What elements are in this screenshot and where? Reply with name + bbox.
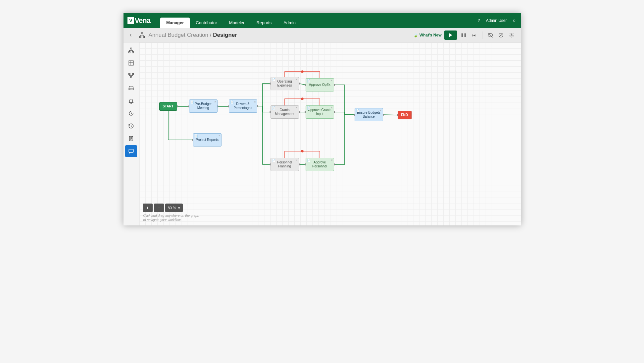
svg-point-5 xyxy=(511,34,512,36)
svg-rect-0 xyxy=(141,32,143,34)
breadcrumb-sep: / xyxy=(208,32,213,38)
logout-icon[interactable]: ⎋ xyxy=(512,18,517,23)
sidebar-notes-icon[interactable] xyxy=(125,133,137,145)
breadcrumb-process: Annual Budget Creation xyxy=(149,32,209,38)
node-type-icon: 📄 xyxy=(272,106,275,110)
back-button[interactable]: ‹ xyxy=(126,30,135,40)
node-type-icon: 📄 xyxy=(194,134,198,138)
tab-admin[interactable]: Admin xyxy=(277,18,302,28)
workflow-node-end[interactable]: END xyxy=(398,111,412,119)
workflow-node-appopex[interactable]: Approve OpEx×📄 xyxy=(306,78,334,91)
node-label: Approve Personnel xyxy=(308,160,332,168)
toolbar-right: 🍃 What's New ❚❚ ⏭ xyxy=(413,30,518,40)
settings-icon[interactable] xyxy=(508,30,516,40)
brand-name: Vena xyxy=(135,16,150,25)
sidebar-history-icon[interactable] xyxy=(125,120,137,132)
node-close-icon[interactable]: × xyxy=(218,134,220,138)
node-close-icon[interactable]: × xyxy=(254,100,256,104)
svg-rect-22 xyxy=(129,149,133,152)
svg-line-28 xyxy=(383,115,398,115)
node-label: Project Reports xyxy=(196,138,219,142)
sidebar-storage-icon[interactable] xyxy=(125,82,137,94)
node-close-icon[interactable]: × xyxy=(296,78,297,81)
visibility-icon[interactable] xyxy=(486,30,494,40)
process-icon xyxy=(139,32,145,38)
node-type-icon: 📄 xyxy=(307,106,311,110)
leaf-icon: 🍃 xyxy=(413,33,418,37)
node-type-icon: 📄 xyxy=(307,159,311,162)
workflow-node-ensure[interactable]: Ensure Budgets Balance×📄 xyxy=(355,108,383,121)
user-name[interactable]: Admin User xyxy=(486,18,507,23)
workflow-node-appgrants[interactable]: Approve Grants Input×📄 xyxy=(306,105,334,119)
node-label: END xyxy=(401,113,408,117)
workflow-canvas[interactable]: STARTPre-Budget Meeting×📄Drivers & Perce… xyxy=(139,42,521,225)
node-type-icon: 📄 xyxy=(190,100,194,104)
breadcrumb: Annual Budget Creation / Designer xyxy=(149,32,237,38)
sidebar-hierarchy-icon[interactable] xyxy=(125,44,137,56)
workflow-node-apppersonnel[interactable]: Approve Personnel×📄 xyxy=(306,158,334,171)
svg-rect-7 xyxy=(129,52,130,53)
tab-manager[interactable]: Manager xyxy=(160,18,190,28)
workflow-node-opex[interactable]: Operating Expenses×📄 xyxy=(271,77,299,90)
brand-logo: V Vena xyxy=(127,16,150,25)
node-close-icon[interactable]: × xyxy=(380,109,381,112)
left-sidebar xyxy=(124,42,139,225)
node-label: Grants Management xyxy=(273,108,297,116)
svg-rect-13 xyxy=(132,73,134,75)
pause-button[interactable]: ❚❚ xyxy=(460,30,468,40)
sidebar-mapping-icon[interactable] xyxy=(125,70,137,82)
node-close-icon[interactable]: × xyxy=(296,106,297,110)
node-type-icon: 📄 xyxy=(307,79,311,83)
zoom-level-dropdown[interactable]: 80 % ▾ xyxy=(165,204,183,212)
play-button[interactable] xyxy=(444,30,457,40)
node-type-icon: 📄 xyxy=(272,159,275,162)
node-close-icon[interactable]: × xyxy=(296,158,297,162)
svg-point-4 xyxy=(499,33,503,37)
svg-point-31 xyxy=(301,150,303,152)
help-icon[interactable]: ? xyxy=(476,18,481,23)
node-type-icon: 📄 xyxy=(356,109,360,113)
tab-modeler[interactable]: Modeler xyxy=(223,18,251,28)
node-label: Approve OpEx xyxy=(309,83,330,87)
app-window: V Vena Manager Contributor Modeler Repor… xyxy=(124,13,521,225)
node-type-icon: 📄 xyxy=(230,100,234,104)
node-label: START xyxy=(163,104,173,108)
logo-mark-icon: V xyxy=(127,17,134,24)
node-close-icon[interactable]: × xyxy=(331,79,332,83)
svg-rect-6 xyxy=(130,48,132,49)
svg-line-25 xyxy=(299,84,306,85)
workflow-node-personnel[interactable]: Personnel Planning×📄 xyxy=(271,158,299,171)
skip-button[interactable]: ⏭ xyxy=(470,30,478,40)
workflow-node-start[interactable]: START xyxy=(159,102,177,111)
workflow-node-drivers[interactable]: Drivers & Percentages×📄 xyxy=(229,99,257,113)
whats-new-label: What's New xyxy=(420,33,442,37)
node-label: Ensure Budgets Balance xyxy=(357,111,381,119)
node-close-icon[interactable]: × xyxy=(331,158,332,162)
sidebar-templates-icon[interactable] xyxy=(125,57,137,69)
node-close-icon[interactable]: × xyxy=(214,100,216,104)
svg-rect-12 xyxy=(129,73,130,75)
sidebar-comments-icon[interactable] xyxy=(125,145,137,157)
node-label: Drivers & Percentages xyxy=(231,102,255,110)
svg-point-16 xyxy=(130,89,130,90)
svg-rect-14 xyxy=(130,77,132,78)
node-close-icon[interactable]: × xyxy=(331,106,332,110)
validate-icon[interactable] xyxy=(497,30,505,40)
zoom-in-button[interactable]: + xyxy=(143,204,153,212)
workflow-node-prebudget[interactable]: Pre-Budget Meeting×📄 xyxy=(189,99,218,113)
svg-point-29 xyxy=(301,71,303,73)
svg-rect-8 xyxy=(132,52,134,53)
tab-reports[interactable]: Reports xyxy=(251,18,278,28)
sidebar-schedule-icon[interactable] xyxy=(125,107,137,119)
workflow-node-reports[interactable]: Project Reports×📄 xyxy=(193,133,222,147)
node-label: Personnel Planning xyxy=(273,160,297,168)
zoom-out-button[interactable]: − xyxy=(154,204,164,212)
tab-contributor[interactable]: Contributor xyxy=(190,18,223,28)
workflow-node-grants[interactable]: Grants Management×📄 xyxy=(271,105,299,119)
toolbar-separator xyxy=(482,31,482,39)
sidebar-notifications-icon[interactable] xyxy=(125,95,137,107)
whats-new-button[interactable]: 🍃 What's New xyxy=(413,33,442,37)
node-label: Approve Grants Input xyxy=(308,108,332,116)
svg-rect-1 xyxy=(139,36,141,37)
svg-point-30 xyxy=(301,98,303,100)
